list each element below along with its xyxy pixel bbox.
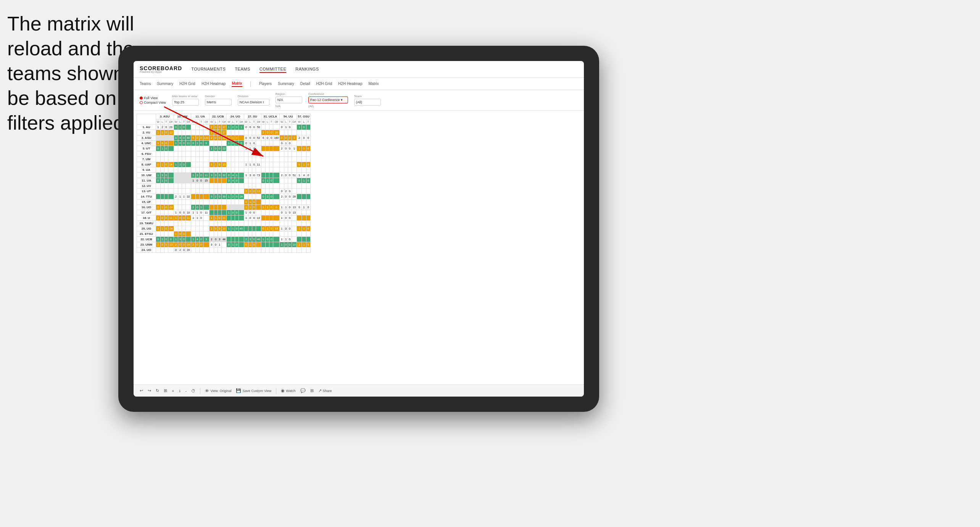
matrix-cell[interactable]: 0 <box>280 210 284 215</box>
matrix-cell[interactable]: 1 <box>244 162 248 167</box>
matrix-cell[interactable] <box>297 189 302 194</box>
matrix-cell[interactable] <box>239 146 244 151</box>
matrix-cell[interactable] <box>231 189 235 194</box>
matrix-cell[interactable] <box>214 141 218 146</box>
matrix-cell[interactable]: 0 <box>191 141 195 146</box>
matrix-cell[interactable]: 1 <box>280 205 284 210</box>
matrix-cell[interactable] <box>269 167 273 173</box>
matrix-cell[interactable]: 1 <box>227 194 231 199</box>
matrix-cell[interactable]: 0 <box>302 146 306 151</box>
matrix-cell[interactable]: -34 <box>168 226 174 231</box>
matrix-cell[interactable] <box>214 221 218 226</box>
matrix-cell[interactable] <box>261 247 266 253</box>
matrix-cell[interactable] <box>231 205 235 210</box>
matrix-cell[interactable] <box>156 151 161 157</box>
matrix-cell[interactable]: 0 <box>160 242 164 247</box>
matrix-cell[interactable] <box>266 157 269 162</box>
matrix-cell[interactable] <box>218 199 221 205</box>
matrix-cell[interactable]: 2 <box>191 205 195 210</box>
full-view-radio[interactable]: Full View <box>140 96 166 100</box>
matrix-cell[interactable]: 0 <box>214 173 218 178</box>
matrix-cell[interactable]: 23 <box>168 125 174 130</box>
matrix-cell[interactable]: 32 <box>221 173 227 178</box>
matrix-cell[interactable] <box>280 247 284 253</box>
matrix-cell[interactable] <box>273 167 280 173</box>
matrix-cell[interactable] <box>261 210 266 215</box>
matrix-cell[interactable] <box>227 130 231 135</box>
matrix-cell[interactable]: 0 <box>284 135 288 141</box>
matrix-cell[interactable] <box>191 151 195 157</box>
matrix-cell[interactable]: 0 <box>164 125 168 130</box>
matrix-cell[interactable] <box>218 151 221 157</box>
matrix-cell[interactable]: 6 <box>261 135 266 141</box>
matrix-cell[interactable] <box>160 157 164 162</box>
matrix-cell[interactable] <box>191 130 195 135</box>
matrix-cell[interactable] <box>261 141 266 146</box>
matrix-cell[interactable] <box>256 226 261 231</box>
sub-nav-players-h2h-heatmap[interactable]: H2H Heatmap <box>338 81 362 87</box>
division-select[interactable]: NCAA Division I <box>238 99 269 106</box>
matrix-cell[interactable] <box>182 130 186 135</box>
matrix-cell[interactable]: 0 <box>199 237 203 242</box>
matrix-cell[interactable] <box>191 194 195 199</box>
matrix-cell[interactable] <box>174 221 178 226</box>
matrix-cell[interactable]: 0 <box>306 135 310 141</box>
matrix-cell[interactable]: 0 <box>182 231 186 237</box>
matrix-cell[interactable]: 0 <box>214 237 218 242</box>
matrix-cell[interactable] <box>174 205 178 210</box>
matrix-cell[interactable]: 0 <box>292 135 297 141</box>
matrix-cell[interactable]: 3 <box>248 237 252 242</box>
matrix-cell[interactable] <box>218 231 221 237</box>
matrix-cell[interactable] <box>203 162 210 167</box>
matrix-cell[interactable] <box>160 135 164 141</box>
matrix-cell[interactable] <box>156 199 161 205</box>
matrix-cell[interactable]: 1 <box>191 173 195 178</box>
matrix-cell[interactable]: 15 <box>221 162 227 167</box>
matrix-cell[interactable] <box>199 151 203 157</box>
matrix-cell[interactable] <box>199 183 203 189</box>
sub-nav-players[interactable]: Players <box>259 81 272 87</box>
matrix-cell[interactable] <box>284 247 288 253</box>
matrix-cell[interactable]: 0 <box>252 173 256 178</box>
matrix-cell[interactable]: 3 <box>248 173 252 178</box>
matrix-cell[interactable]: 28 <box>273 130 280 135</box>
matrix-cell[interactable]: 0 <box>214 242 218 247</box>
matrix-cell[interactable]: 0 <box>288 135 292 141</box>
matrix-cell[interactable] <box>273 146 280 151</box>
matrix-cell[interactable]: 1 <box>210 215 214 221</box>
matrix-cell[interactable] <box>244 247 248 253</box>
matrix-cell[interactable] <box>273 210 280 215</box>
matrix-cell[interactable] <box>244 226 248 231</box>
matrix-cell[interactable]: 1 <box>244 173 248 178</box>
matrix-cell[interactable] <box>191 125 195 130</box>
matrix-cell[interactable] <box>273 178 280 183</box>
matrix-cell[interactable] <box>266 183 269 189</box>
matrix-cell[interactable]: 0 <box>156 178 161 183</box>
matrix-cell[interactable]: 3 <box>227 178 231 183</box>
matrix-cell[interactable]: 2 <box>210 130 214 135</box>
matrix-cell[interactable]: 3 <box>218 237 221 242</box>
matrix-cell[interactable] <box>210 221 214 226</box>
matrix-cell[interactable] <box>182 151 186 157</box>
matrix-cell[interactable]: 0 <box>302 125 306 130</box>
matrix-cell[interactable] <box>160 189 164 194</box>
matrix-cell[interactable]: 1 <box>160 178 164 183</box>
matrix-cell[interactable] <box>199 157 203 162</box>
matrix-cell[interactable] <box>297 167 302 173</box>
matrix-cell[interactable]: 3 <box>203 237 210 242</box>
matrix-cell[interactable]: 3 <box>160 173 164 178</box>
matrix-cell[interactable] <box>269 141 273 146</box>
matrix-cell[interactable]: 1 <box>297 146 302 151</box>
matrix-cell[interactable] <box>231 162 235 167</box>
matrix-cell[interactable]: 0 <box>288 205 292 210</box>
matrix-cell[interactable] <box>261 183 266 189</box>
matrix-cell[interactable]: 1 <box>244 215 248 221</box>
matrix-cell[interactable] <box>210 183 214 189</box>
matrix-cell[interactable] <box>156 210 161 215</box>
matrix-cell[interactable] <box>195 157 199 162</box>
matrix-cell[interactable] <box>210 210 214 215</box>
matrix-cell[interactable]: 2 <box>191 242 195 247</box>
matrix-cell[interactable] <box>280 130 284 135</box>
matrix-cell[interactable]: 1 <box>174 210 178 215</box>
matrix-cell[interactable]: 0 <box>199 173 203 178</box>
